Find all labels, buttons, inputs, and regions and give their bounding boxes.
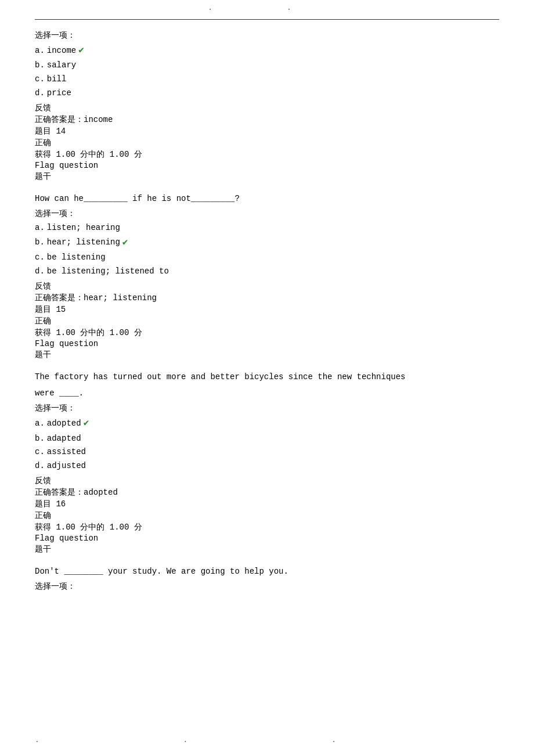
- correct-checkmark-q13: ✔: [78, 43, 84, 59]
- feedback-label-q14: 反馈: [35, 281, 499, 291]
- question-number-q14: 题目 15: [35, 304, 499, 315]
- question-text-q14: How can he_________ if he is not________…: [35, 192, 499, 205]
- option-d-q13: d. price: [35, 87, 499, 100]
- option-b-q13: b. salary: [35, 59, 499, 73]
- top-divider: [35, 19, 499, 20]
- flag-q13: Flag question: [35, 161, 499, 170]
- option-a-q15: a. adopted ✔: [35, 416, 499, 431]
- status-q15: 正确: [35, 510, 499, 521]
- option-b-q14: b. hear; listening ✔: [35, 235, 499, 251]
- question-block-q14: How can he_________ if he is not________…: [35, 192, 499, 360]
- stem-label-q13: 题干: [35, 171, 499, 182]
- option-letter: c.: [35, 73, 45, 87]
- correct-answer-q15: 正确答案是：adopted: [35, 487, 499, 498]
- option-text: be listening; listened to: [47, 265, 169, 279]
- score-q15: 获得 1.00 分中的 1.00 分: [35, 522, 499, 532]
- question-text-q15-line2: were ____.: [35, 387, 499, 399]
- option-a-q13: a. income ✔: [35, 43, 499, 59]
- option-letter: d.: [35, 459, 45, 473]
- option-letter: a.: [35, 221, 45, 235]
- score-q13: 获得 1.00 分中的 1.00 分: [35, 149, 499, 160]
- option-text: be listening: [47, 251, 106, 265]
- page-container: . . 选择一项： a. income ✔ b. salary c. bill …: [0, 0, 534, 756]
- stem-label-q14: 题干: [35, 350, 499, 360]
- stem-label-q15: 题干: [35, 544, 499, 555]
- status-q14: 正确: [35, 316, 499, 326]
- option-d-q14: d. be listening; listened to: [35, 265, 499, 279]
- flag-q15: Flag question: [35, 534, 499, 543]
- option-text: assisted: [47, 445, 86, 459]
- option-text: hear; listening: [47, 236, 120, 250]
- score-q14: 获得 1.00 分中的 1.00 分: [35, 327, 499, 338]
- choose-label-q15: 选择一项：: [35, 403, 499, 413]
- option-letter: d.: [35, 265, 45, 279]
- option-b-q15: b. adapted: [35, 432, 499, 446]
- question-number-q13: 题目 14: [35, 126, 499, 136]
- correct-answer-q14: 正确答案是：hear; listening: [35, 293, 499, 303]
- feedback-label-q13: 反馈: [35, 103, 499, 113]
- option-letter: b.: [35, 432, 45, 446]
- option-text: price: [47, 87, 71, 100]
- flag-q14: Flag question: [35, 339, 499, 348]
- option-letter: b.: [35, 59, 45, 73]
- option-text: adjusted: [47, 459, 86, 473]
- correct-answer-q13: 正确答案是：income: [35, 114, 499, 125]
- option-text: adapted: [47, 432, 81, 446]
- choose-label-q14: 选择一项：: [35, 208, 499, 219]
- choose-label-q16: 选择一项：: [35, 581, 499, 592]
- question-text-q16: Don't ________ your study. We are going …: [35, 565, 499, 578]
- correct-checkmark-q14: ✔: [122, 235, 128, 251]
- option-a-q14: a. listen; hearing: [35, 221, 499, 235]
- option-letter: d.: [35, 87, 45, 100]
- question-block-q16: Don't ________ your study. We are going …: [35, 565, 499, 592]
- option-letter: c.: [35, 251, 45, 265]
- feedback-label-q15: 反馈: [35, 476, 499, 486]
- option-letter: a.: [35, 417, 45, 431]
- bottom-dots: . . .: [0, 736, 534, 744]
- option-text: listen; hearing: [47, 221, 120, 235]
- status-q13: 正确: [35, 138, 499, 148]
- option-c-q13: c. bill: [35, 73, 499, 87]
- option-d-q15: d. adjusted: [35, 459, 499, 473]
- option-text: adopted: [47, 417, 81, 431]
- option-c-q14: c. be listening: [35, 251, 499, 265]
- top-dots: . .: [35, 0, 499, 13]
- option-letter: b.: [35, 236, 45, 250]
- option-c-q15: c. assisted: [35, 445, 499, 459]
- option-text: bill: [47, 73, 67, 87]
- question-block-q13: 选择一项： a. income ✔ b. salary c. bill d. p…: [35, 30, 499, 182]
- option-text: salary: [47, 59, 76, 73]
- question-block-q15: The factory has turned out more and bett…: [35, 370, 499, 555]
- option-letter: c.: [35, 445, 45, 459]
- choose-label-q13: 选择一项：: [35, 30, 499, 41]
- question-number-q15: 题目 16: [35, 499, 499, 509]
- correct-checkmark-q15: ✔: [84, 416, 89, 431]
- option-letter: a.: [35, 44, 45, 58]
- option-text: income: [47, 44, 76, 58]
- question-text-q15-line1: The factory has turned out more and bett…: [35, 370, 499, 383]
